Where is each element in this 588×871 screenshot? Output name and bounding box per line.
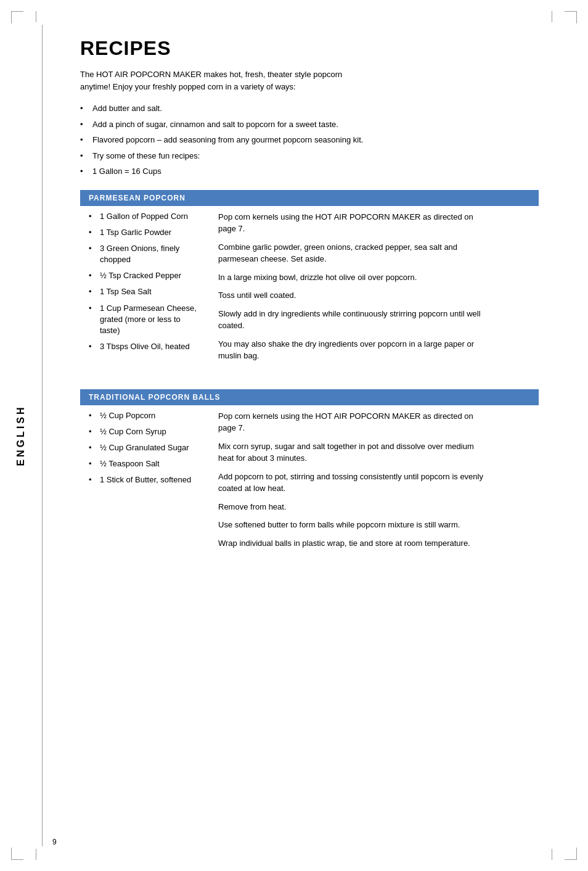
corner-mark-tr [565, 11, 577, 23]
table-row: 1 Gallon of Popped Corn 1 Tsp Garlic Pow… [80, 206, 539, 371]
list-item: 1 Stick of Butter, softened [89, 474, 201, 485]
list-item: ½ Cup Popcorn [89, 410, 201, 421]
side-tick-rb [552, 849, 552, 860]
instruction-para: Slowly add in dry ingredients while cont… [218, 308, 483, 332]
instruction-para: Combine garlic powder, green onions, cra… [218, 241, 483, 265]
instruction-para: Pop corn kernels using the HOT AIR POPCO… [218, 211, 483, 235]
instruction-para: In a large mixing bowl, drizzle hot oliv… [218, 271, 483, 284]
table-row: ½ Cup Popcorn ½ Cup Corn Syrup ½ Cup Gra… [80, 405, 539, 558]
instruction-para: Pop corn kernels using the HOT AIR POPCO… [218, 410, 483, 434]
instruction-para: Mix corn syrup, sugar and salt together … [218, 440, 483, 464]
list-item: 1 Gallon of Popped Corn [89, 211, 201, 222]
list-item: ½ Teaspoon Salt [89, 458, 201, 469]
list-item: 1 Cup Parmesean Cheese, grated (more or … [89, 303, 201, 337]
recipe-popcornballs-table: ½ Cup Popcorn ½ Cup Corn Syrup ½ Cup Gra… [80, 405, 539, 558]
recipe-popcornballs-header: TRADITIONAL POPCORN BALLS [80, 389, 539, 405]
instruction-para: Use softened butter to form balls while … [218, 519, 483, 531]
list-item: 3 Green Onions, finely chopped [89, 243, 201, 265]
ingredients-column: ½ Cup Popcorn ½ Cup Corn Syrup ½ Cup Gra… [80, 405, 210, 558]
list-item: 1 Tsp Garlic Powder [89, 227, 201, 238]
list-item: Add a pinch of sugar, cinnamon and salt … [80, 118, 539, 131]
list-item: ½ Tsp Cracked Pepper [89, 270, 201, 281]
list-item: Add butter and salt. [80, 102, 539, 115]
list-item: 1 Tsp Sea Salt [89, 286, 201, 297]
recipe-popcornballs-section: TRADITIONAL POPCORN BALLS ½ Cup Popcorn … [80, 389, 539, 558]
page-number: 9 [52, 838, 57, 846]
recipe-parmesean-header: PARMESEAN POPCORN [80, 190, 539, 206]
recipe-parmesean-table: 1 Gallon of Popped Corn 1 Tsp Garlic Pow… [80, 206, 539, 371]
ingredients-column: 1 Gallon of Popped Corn 1 Tsp Garlic Pow… [80, 206, 210, 371]
main-content: RECIPES The HOT AIR POPCORN MAKER makes … [80, 37, 539, 558]
side-tick-rt [552, 11, 552, 22]
list-item: 3 Tbsps Olive Oil, heated [89, 341, 201, 352]
instruction-para: You may also shake the dry ingredients o… [218, 338, 483, 362]
page-title: RECIPES [80, 37, 539, 60]
intro-bullet-list: Add butter and salt. Add a pinch of suga… [80, 102, 539, 178]
intro-paragraph: The HOT AIR POPCORN MAKER makes hot, fre… [80, 68, 499, 93]
english-sidebar: ENGLISH [0, 0, 42, 871]
left-border-line [42, 25, 43, 846]
list-item: Flavored popcorn – add seasoning from an… [80, 134, 539, 146]
list-item: ½ Cup Granulated Sugar [89, 442, 201, 453]
recipe-parmesean-section: PARMESEAN POPCORN 1 Gallon of Popped Cor… [80, 190, 539, 371]
instruction-para: Remove from heat. [218, 501, 483, 513]
instruction-para: Add popcorn to pot, stirring and tossing… [218, 471, 483, 495]
intro-line2: anytime! Enjoy your freshly popped corn … [80, 82, 296, 91]
list-item: ½ Cup Corn Syrup [89, 426, 201, 437]
instructions-column: Pop corn kernels using the HOT AIR POPCO… [210, 405, 539, 558]
sidebar-label: ENGLISH [15, 405, 27, 466]
instruction-para: Toss until well coated. [218, 289, 483, 302]
instruction-para: Wrap individual balls in plastic wrap, t… [218, 537, 483, 550]
page: ENGLISH RECIPES The HOT AIR POPCORN MAKE… [0, 0, 588, 871]
intro-line1: The HOT AIR POPCORN MAKER makes hot, fre… [80, 70, 342, 79]
corner-mark-br [565, 848, 577, 860]
list-item: Try some of these fun recipes: [80, 150, 539, 162]
instructions-column: Pop corn kernels using the HOT AIR POPCO… [210, 206, 539, 371]
list-item: 1 Gallon = 16 Cups [80, 165, 539, 178]
